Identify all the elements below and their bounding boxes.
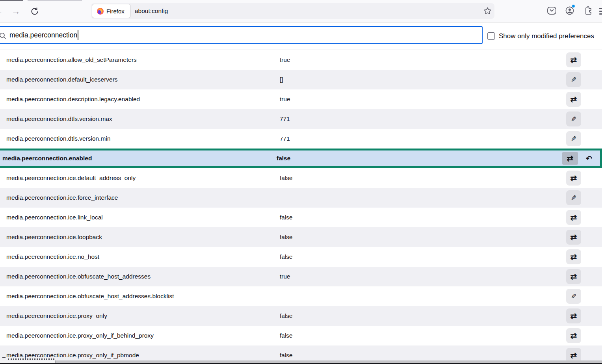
- reset-button[interactable]: ↶: [582, 152, 596, 165]
- toggle-button[interactable]: ⇄: [566, 92, 581, 107]
- pref-actions: ⇄: [566, 269, 581, 284]
- bookmark-star-icon[interactable]: [483, 7, 492, 15]
- pref-actions: ⇄↶: [562, 152, 596, 165]
- pref-row[interactable]: media.peerconnection.ice.force_interface…: [0, 188, 602, 208]
- toggle-icon: ⇄: [570, 253, 577, 261]
- pref-actions: ⇄: [566, 52, 581, 67]
- pref-actions: ⇄: [566, 210, 581, 225]
- toggle-button[interactable]: ⇄: [566, 249, 581, 264]
- toggle-button[interactable]: ⇄: [562, 152, 578, 165]
- pref-actions: ⇄: [566, 171, 581, 186]
- toggle-icon: ⇄: [570, 351, 577, 359]
- pref-actions: ⇄: [566, 249, 581, 264]
- pref-value: false: [280, 306, 293, 326]
- pref-row[interactable]: media.peerconnection.ice.loopbackfalse⇄: [0, 227, 602, 247]
- pencil-icon: ✎: [571, 76, 576, 83]
- pocket-icon[interactable]: [547, 6, 557, 15]
- pref-row[interactable]: media.peerconnection.dtls.version.max771…: [0, 109, 602, 129]
- pref-name: media.peerconnection.ice.link_local: [6, 208, 103, 227]
- forward-icon: →: [11, 6, 20, 17]
- toggle-icon: ⇄: [570, 312, 577, 320]
- menu-icon[interactable]: [599, 8, 602, 15]
- edit-button[interactable]: ✎: [566, 190, 581, 205]
- pref-row[interactable]: media.peerconnection.ice.no_hostfalse⇄: [0, 247, 602, 267]
- pref-name: media.peerconnection.dtls.version.min: [6, 129, 111, 149]
- firefox-identity-chip[interactable]: Firefox: [92, 4, 130, 18]
- account-notification-badge: [572, 4, 575, 8]
- firefox-chip-label: Firefox: [106, 8, 124, 15]
- pref-value: false: [280, 326, 293, 345]
- pref-name: media.peerconnection.ice.default_address…: [6, 168, 136, 188]
- pref-value: false: [280, 208, 293, 227]
- pref-name: media.peerconnection.dtls.version.max: [6, 109, 112, 129]
- url-text: about:config: [135, 3, 168, 19]
- extensions-puzzle-icon[interactable]: [583, 6, 593, 15]
- pref-value: true: [280, 50, 290, 70]
- edit-button[interactable]: ✎: [566, 131, 581, 146]
- pref-row[interactable]: media.peerconnection.ice.proxy_onlyfalse…: [0, 306, 602, 326]
- pref-name: media.peerconnection.allow_old_setParame…: [6, 50, 137, 70]
- toggle-button[interactable]: ⇄: [566, 52, 581, 67]
- pref-value: true: [280, 267, 290, 286]
- toggle-button[interactable]: ⇄: [566, 230, 581, 245]
- pref-actions: ⇄: [566, 308, 581, 323]
- config-search-section: media.peerconnection Show only modified …: [0, 22, 602, 50]
- text-caret: [78, 30, 78, 40]
- pref-value: true: [280, 89, 290, 109]
- pref-value: 771: [280, 129, 290, 149]
- reload-icon: [30, 7, 39, 16]
- pref-actions: ✎: [566, 131, 581, 146]
- pref-actions: ⇄: [566, 328, 581, 343]
- pref-name: media.peerconnection.description.legacy.…: [6, 89, 140, 109]
- pref-row[interactable]: media.peerconnection.ice.proxy_only_if_b…: [0, 326, 602, 345]
- firefox-logo-icon: [97, 8, 104, 15]
- pencil-icon: ✎: [571, 195, 576, 201]
- edit-button[interactable]: ✎: [566, 111, 581, 126]
- toggle-icon: ⇄: [570, 332, 577, 340]
- pref-row-selected[interactable]: media.peerconnection.enabledfalse⇄↶: [0, 149, 602, 168]
- pref-row[interactable]: media.peerconnection.ice.obfuscate_host_…: [0, 286, 602, 306]
- edit-button[interactable]: ✎: [566, 72, 581, 87]
- search-input[interactable]: media.peerconnection: [0, 26, 483, 44]
- pencil-icon: ✎: [571, 293, 576, 300]
- pref-row[interactable]: media.peerconnection.allow_old_setParame…: [0, 50, 602, 70]
- pref-value: []: [280, 70, 283, 89]
- background-window-text-fragment: [2, 356, 55, 360]
- pref-value: false: [280, 227, 293, 247]
- toggle-button[interactable]: ⇄: [566, 210, 581, 225]
- pref-value: false: [280, 247, 293, 267]
- toggle-button[interactable]: ⇄: [566, 171, 581, 186]
- pref-name: media.peerconnection.enabled: [2, 150, 92, 166]
- pref-row[interactable]: media.peerconnection.ice.default_address…: [0, 168, 602, 188]
- pref-actions: ✎: [566, 111, 581, 126]
- pref-name: media.peerconnection.ice.no_host: [6, 247, 99, 267]
- pref-name: media.peerconnection.ice.proxy_only_if_b…: [6, 326, 154, 345]
- pref-row[interactable]: media.peerconnection.default_iceservers[…: [0, 70, 602, 89]
- edit-button[interactable]: ✎: [566, 289, 581, 304]
- pref-row[interactable]: media.peerconnection.ice.link_localfalse…: [0, 208, 602, 227]
- pref-name: media.peerconnection.ice.loopback: [6, 227, 102, 247]
- toggle-button[interactable]: ⇄: [566, 328, 581, 343]
- reload-button[interactable]: [29, 0, 40, 22]
- back-button[interactable]: ←: [0, 0, 4, 22]
- pref-value: 771: [280, 109, 290, 129]
- toggle-icon: ⇄: [570, 174, 577, 182]
- toggle-button[interactable]: ⇄: [566, 308, 581, 323]
- pref-actions: ✎: [566, 190, 581, 205]
- pref-row[interactable]: media.peerconnection.description.legacy.…: [0, 89, 602, 109]
- forward-button[interactable]: →: [10, 0, 21, 22]
- pencil-icon: ✎: [571, 116, 576, 123]
- search-input-value: media.peerconnection: [9, 31, 77, 39]
- url-bar[interactable]: Firefox about:config: [91, 3, 494, 19]
- pencil-icon: ✎: [571, 136, 576, 142]
- toggle-button[interactable]: ⇄: [566, 269, 581, 284]
- pref-actions: ✎: [566, 72, 581, 87]
- pref-actions: ⇄: [566, 92, 581, 107]
- pref-row[interactable]: media.peerconnection.ice.obfuscate_host_…: [0, 267, 602, 286]
- toggle-icon: ⇄: [570, 56, 577, 64]
- show-modified-label: Show only modified preferences: [499, 22, 594, 50]
- show-modified-checkbox[interactable]: [487, 32, 495, 40]
- browser-toolbar: ← → Firefox about:config: [0, 0, 602, 22]
- pref-row[interactable]: media.peerconnection.dtls.version.min771…: [0, 129, 602, 149]
- pref-actions: ⇄: [566, 230, 581, 245]
